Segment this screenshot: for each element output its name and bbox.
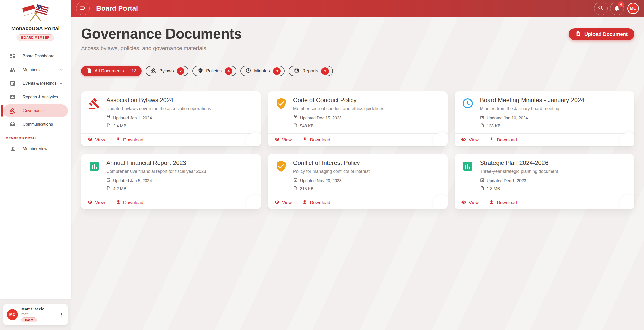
portal-title: MonacoUSA Portal [0, 25, 71, 31]
document-updated: Updated Dec 1, 2023 [487, 178, 526, 183]
document-card: Annual Financial Report 2023 Comprehensi… [81, 154, 261, 209]
gavel-icon [151, 68, 156, 74]
eye-icon [275, 200, 280, 206]
document-size: 315 KB [300, 186, 314, 191]
bar-chart-icon [294, 68, 299, 74]
appbar-avatar[interactable]: MC [627, 3, 639, 14]
people-icon [10, 67, 16, 73]
menu-open-icon [80, 5, 86, 12]
filter-chip-policies[interactable]: Policies 4 [192, 66, 236, 76]
download-icon [116, 137, 121, 143]
sidebar-item-label: Board Dashboard [23, 54, 54, 58]
document-card: Conflict of Interest Policy Policy for m… [268, 154, 448, 209]
calendar-icon [10, 80, 16, 86]
eye-icon [88, 200, 93, 206]
download-icon [302, 200, 307, 206]
filter-chip-row: All Documents 12 Bylaws 2 Policies 4 Min… [81, 66, 634, 76]
more-vert-icon[interactable] [59, 312, 64, 317]
documents-grid: Association Bylaws 2024 Updated bylaws g… [81, 91, 634, 209]
download-button[interactable]: Download [116, 200, 143, 206]
calendar-icon [106, 178, 111, 183]
upload-file-icon [576, 31, 581, 38]
download-button[interactable]: Download [489, 137, 517, 143]
calendar-icon [480, 178, 484, 183]
document-card: Association Bylaws 2024 Updated bylaws g… [81, 91, 261, 146]
view-label: View [95, 200, 105, 205]
search-icon [598, 5, 604, 12]
filter-chip-reports[interactable]: Reports 3 [289, 66, 333, 76]
document-title: Strategic Plan 2024-2026 [480, 159, 627, 166]
document-updated: Updated Dec 15, 2023 [300, 116, 342, 120]
chip-count: 12 [132, 69, 136, 74]
menu-toggle-button[interactable] [76, 2, 90, 15]
eye-icon [461, 200, 466, 206]
document-description: Three-year strategic planning document [480, 169, 627, 174]
view-button[interactable]: View [461, 200, 479, 206]
sidebar-item-events-meetings[interactable]: Events & Meetings [3, 77, 68, 90]
file-icon [480, 186, 484, 191]
user-handle: matt [21, 312, 44, 316]
sidebar-item-governance[interactable]: Governance [3, 104, 68, 117]
view-button[interactable]: View [461, 137, 479, 143]
download-label: Download [497, 200, 517, 205]
download-icon [489, 200, 494, 206]
sidebar-item-reports-analytics[interactable]: Reports & Analytics [3, 91, 68, 103]
upload-document-button[interactable]: Upload Document [569, 28, 634, 40]
view-button[interactable]: View [275, 137, 292, 143]
user-name: Matt Ciaccio [21, 307, 44, 311]
document-updated: Updated Jan 5, 2024 [113, 178, 152, 183]
chip-count-badge: 3 [273, 67, 281, 75]
document-description: Member code of conduct and ethics guidel… [293, 106, 441, 112]
filter-chip-bylaws[interactable]: Bylaws 2 [146, 66, 188, 76]
sidebar-item-members[interactable]: Members [3, 63, 68, 76]
sidebar-item-member-view[interactable]: Member View [3, 143, 68, 155]
view-button[interactable]: View [275, 200, 292, 206]
filter-chip-minutes[interactable]: Minutes 3 [240, 66, 285, 76]
sidebar-item-label: Governance [23, 108, 45, 113]
notification-badge: 0 [618, 1, 624, 7]
chip-label: Policies [206, 68, 222, 74]
download-button[interactable]: Download [302, 200, 330, 206]
shield-check-icon [275, 97, 287, 109]
download-icon [302, 137, 307, 143]
file-icon [106, 123, 111, 129]
view-button[interactable]: View [88, 137, 105, 143]
document-description: Comprehensive financial report for fisca… [106, 169, 254, 174]
download-button[interactable]: Download [302, 137, 330, 143]
chip-count-badge: 3 [321, 67, 329, 75]
view-label: View [469, 137, 479, 143]
sidebar-panel: MonacoUSA Portal BOARD MEMBER Board Dash… [0, 0, 71, 299]
view-label: View [469, 200, 479, 205]
document-description: Policy for managing conflicts of interes… [293, 169, 441, 174]
avatar: MC [7, 309, 18, 320]
sidebar: MonacoUSA Portal BOARD MEMBER Board Dash… [0, 0, 71, 330]
download-button[interactable]: Download [489, 200, 517, 206]
view-button[interactable]: View [88, 200, 105, 206]
download-label: Download [310, 137, 330, 143]
calendar-icon [293, 115, 298, 121]
search-button[interactable] [594, 2, 608, 15]
download-button[interactable]: Download [116, 137, 143, 143]
view-label: View [95, 137, 105, 143]
sidebar-item-communications[interactable]: Communications [3, 118, 68, 131]
chip-label: Minutes [254, 68, 270, 74]
eye-icon [88, 137, 93, 143]
chip-label: All Documents [95, 68, 124, 74]
dashboard-icon [10, 53, 16, 59]
sidebar-item-label: Reports & Analytics [23, 95, 58, 99]
download-icon [116, 200, 121, 206]
board-portal-app: MonacoUSA Portal BOARD MEMBER Board Dash… [0, 0, 644, 330]
sidebar-item-board-dashboard[interactable]: Board Dashboard [3, 50, 68, 62]
file-icon [293, 186, 298, 191]
eye-icon [275, 137, 280, 143]
document-updated: Updated Nov 20, 2023 [300, 178, 342, 183]
app-bar-title: Board Portal [96, 5, 138, 12]
chip-count-badge: 2 [177, 67, 184, 75]
user-card[interactable]: MC Matt Ciaccio matt Board [3, 304, 68, 325]
shield-check-icon [275, 160, 287, 172]
filter-chip-all-documents[interactable]: All Documents 12 [81, 66, 142, 76]
document-card: Code of Conduct Policy Member code of co… [268, 91, 448, 146]
document-title: Association Bylaws 2024 [106, 97, 254, 104]
chip-count-badge: 4 [225, 67, 232, 75]
file-icon [293, 123, 298, 129]
